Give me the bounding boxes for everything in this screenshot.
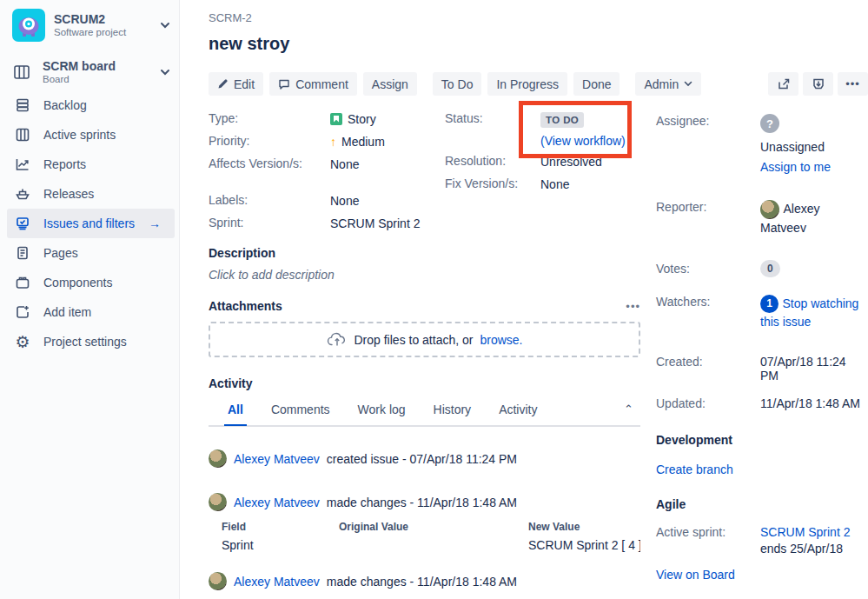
user-link[interactable]: Alexey Matveev <box>234 496 320 509</box>
sidebar-nav: Backlog Active sprints Reports Releases … <box>0 90 180 356</box>
attachment-dropzone[interactable]: Drop files to attach, or browse. <box>209 322 640 357</box>
assign-to-me-link[interactable]: Assign to me <box>760 160 831 174</box>
collapse-chevron-icon[interactable]: ⌃ <box>624 403 633 416</box>
labels-value[interactable]: None <box>330 193 359 208</box>
tab-work-log[interactable]: Work log <box>354 403 409 424</box>
share-icon <box>777 77 791 90</box>
tab-comments[interactable]: Comments <box>268 403 334 424</box>
view-workflow-link[interactable]: (View workflow) <box>540 134 626 148</box>
sidebar-item-components[interactable]: Components <box>0 268 180 297</box>
entry-action: made changes - 11/Apr/18 1:48 AM <box>327 575 517 589</box>
sprint-value[interactable]: SCRUM Sprint 2 <box>330 216 420 230</box>
export-button[interactable] <box>803 72 833 96</box>
todo-label: To Do <box>441 77 474 91</box>
created-label: Created: <box>656 355 760 383</box>
sprint-label: Sprint: <box>209 216 330 230</box>
fix-version-label: Fix Version/s: <box>445 176 540 191</box>
watchers-label: Watchers: <box>656 295 760 330</box>
watchers-value: 1 Stop watching this issue <box>760 295 865 330</box>
user-link[interactable]: Alexey Matveev <box>234 575 320 589</box>
votes-count-badge[interactable]: 0 <box>760 260 780 277</box>
priority-row: Priority: ↑ Medium <box>209 134 445 149</box>
sidebar-item-label: Active sprints <box>43 128 116 142</box>
reporter-value: Alexey Matveev <box>760 200 865 237</box>
user-avatar[interactable] <box>209 572 227 590</box>
project-avatar <box>12 9 45 42</box>
sidebar-item-add-item[interactable]: Add item <box>0 297 180 327</box>
original-value-column-header: Original Value <box>339 521 528 533</box>
tab-history[interactable]: History <box>430 403 475 424</box>
issue-toolbar: Edit Comment Assign To Do In Progress Do… <box>209 72 701 96</box>
tab-all[interactable]: All <box>224 403 247 426</box>
sidebar-item-releases[interactable]: Releases <box>0 179 180 209</box>
active-sprint-label: Active sprint: <box>656 525 760 556</box>
active-sprint-value: SCRUM Sprint 2 ends 25/Apr/18 <box>760 525 850 556</box>
project-type: Software project <box>54 26 126 38</box>
sidebar-item-backlog[interactable]: Backlog <box>0 90 180 120</box>
project-name: SCRUM2 <box>54 12 126 26</box>
type-value[interactable]: Story <box>330 111 376 126</box>
assign-button[interactable]: Assign <box>363 72 417 96</box>
assign-label: Assign <box>372 77 408 91</box>
labels-label: Labels: <box>209 193 330 208</box>
agile-heading: Agile <box>656 497 865 511</box>
sidebar-item-reports[interactable]: Reports <box>0 150 180 179</box>
share-button[interactable] <box>768 72 798 96</box>
unassigned-avatar-icon[interactable]: ? <box>760 114 779 133</box>
reporter-label: Reporter: <box>656 200 760 237</box>
arrow-right-icon: → <box>149 216 161 230</box>
resolution-value: Unresolved <box>540 154 602 169</box>
more-actions-button[interactable]: ••• <box>838 72 868 96</box>
attachments-more-button[interactable]: ••• <box>626 300 640 313</box>
details-left-column: Type: Story Priority: ↑ Medium Affects V… <box>209 111 445 238</box>
fix-version-value[interactable]: None <box>540 176 569 191</box>
project-switcher[interactable]: SCRUM2 Software project <box>12 9 170 42</box>
browse-link[interactable]: browse. <box>480 333 522 347</box>
status-value: TO DO (View workflow) <box>540 111 626 148</box>
admin-label: Admin <box>644 77 679 91</box>
tab-activity[interactable]: Activity <box>495 403 540 424</box>
comment-button[interactable]: Comment <box>269 72 357 96</box>
reporter-avatar[interactable] <box>760 200 779 219</box>
field-column-header: Field <box>222 521 339 533</box>
sidebar-item-pages[interactable]: Pages <box>0 238 180 268</box>
affects-version-value[interactable]: None <box>330 156 359 171</box>
priority-text: Medium <box>341 135 385 149</box>
backlog-icon <box>13 97 32 114</box>
user-avatar[interactable] <box>209 493 227 511</box>
user-avatar[interactable] <box>209 449 227 468</box>
board-switcher[interactable]: SCRM board Board <box>12 59 170 85</box>
issues-and-filters-icon <box>13 215 32 232</box>
description-module: Description Click to add description <box>209 246 640 282</box>
breadcrumb[interactable]: SCRM-2 <box>209 11 252 24</box>
create-branch-link[interactable]: Create branch <box>656 463 865 476</box>
change-table: Field Sprint Original Value New Value SC… <box>209 521 640 552</box>
user-link[interactable]: Alexey Matveev <box>234 452 320 466</box>
watchers-count-badge[interactable]: 1 <box>760 295 779 313</box>
done-transition-button[interactable]: Done <box>573 72 620 96</box>
todo-transition-button[interactable]: To Do <box>433 72 482 96</box>
chevron-down-icon[interactable] <box>160 69 170 76</box>
description-placeholder[interactable]: Click to add description <box>209 268 640 282</box>
in-progress-label: In Progress <box>496 77 559 91</box>
admin-dropdown-button[interactable]: Admin <box>635 72 701 96</box>
sidebar-item-issues-and-filters[interactable]: Issues and filters → <box>7 209 175 238</box>
project-sidebar: SCRUM2 Software project SCRM board Board… <box>0 0 180 599</box>
issue-title[interactable]: new stroy <box>209 34 289 54</box>
priority-medium-icon: ↑ <box>330 135 336 149</box>
board-name: SCRM board <box>43 59 116 73</box>
in-progress-transition-button[interactable]: In Progress <box>487 72 567 96</box>
sprint-link[interactable]: SCRUM Sprint 2 <box>760 525 850 539</box>
chevron-down-icon[interactable] <box>160 22 170 29</box>
releases-icon <box>13 185 32 203</box>
labels-row: Labels: None <box>209 193 445 208</box>
view-on-board-link[interactable]: View on Board <box>656 568 865 582</box>
sidebar-item-active-sprints[interactable]: Active sprints <box>0 120 180 150</box>
sidebar-item-project-settings[interactable]: ⚙ Project settings <box>0 327 180 356</box>
status-badge[interactable]: TO DO <box>540 112 584 128</box>
people-panel: Assignee: ? Unassigned Assign to me Repo… <box>656 114 865 599</box>
new-value-column-header: New Value <box>528 521 640 533</box>
priority-value[interactable]: ↑ Medium <box>330 134 385 149</box>
edit-button[interactable]: Edit <box>209 72 263 96</box>
votes-label: Votes: <box>656 262 760 276</box>
